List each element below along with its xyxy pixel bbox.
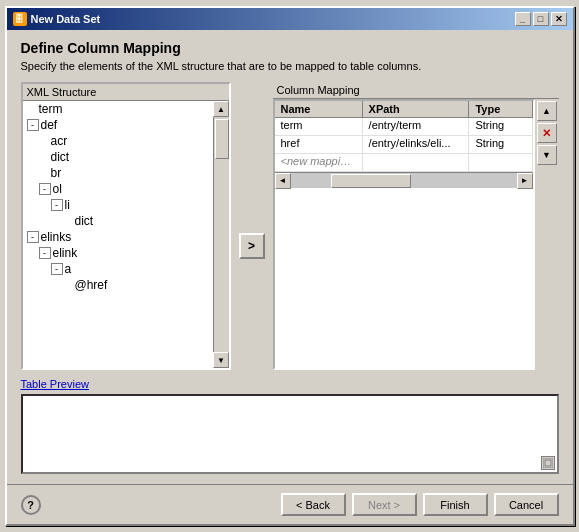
dialog-content: Define Column Mapping Specify the elemen… xyxy=(7,30,573,484)
tree-item-href[interactable]: @href xyxy=(23,277,213,293)
svg-rect-1 xyxy=(545,460,551,466)
column-side-buttons: ▲ ✕ ▼ xyxy=(535,99,559,370)
add-mapping-button[interactable]: > xyxy=(239,233,265,259)
tree-item-acr[interactable]: acr xyxy=(23,133,213,149)
window-icon: 🗄 xyxy=(13,12,27,26)
tree-expand-li[interactable]: - xyxy=(51,199,63,211)
tree-expand-a[interactable]: - xyxy=(51,263,63,275)
tree-item-dict2[interactable]: dict xyxy=(23,213,213,229)
h-scroll-thumb[interactable] xyxy=(331,174,411,188)
cancel-button[interactable]: Cancel xyxy=(494,493,559,516)
column-mapping-container: Column Mapping Name XPath Type xyxy=(273,82,559,370)
tree-item-def[interactable]: - def xyxy=(23,117,213,133)
xml-panel-label: XML Structure xyxy=(23,84,229,101)
tree-item-ol[interactable]: - ol xyxy=(23,181,213,197)
title-buttons: _ □ ✕ xyxy=(515,12,567,26)
finish-button[interactable]: Finish xyxy=(423,493,488,516)
row-name-href: href xyxy=(275,136,363,153)
col-header-xpath: XPath xyxy=(363,101,470,117)
back-button[interactable]: < Back xyxy=(281,493,346,516)
move-down-button[interactable]: ▼ xyxy=(537,145,557,165)
xml-structure-panel: XML Structure term - def xyxy=(21,82,231,370)
table-preview xyxy=(21,394,559,474)
row-name-term: term xyxy=(275,118,363,135)
next-button[interactable]: Next > xyxy=(352,493,417,516)
tree-expand-def[interactable]: - xyxy=(27,119,39,131)
title-bar: 🗄 New Data Set _ □ ✕ xyxy=(7,8,573,30)
row-xpath-href: /entry/elinks/eli... xyxy=(363,136,470,153)
h-scroll-track xyxy=(291,173,517,188)
h-scroll-left-button[interactable]: ◄ xyxy=(275,173,291,189)
xml-vertical-scrollbar[interactable]: ▲ ▼ xyxy=(213,101,229,368)
tree-expand-elink[interactable]: - xyxy=(39,247,51,259)
row-type-term: String xyxy=(469,118,532,135)
tree-item-li[interactable]: - li xyxy=(23,197,213,213)
row-name-new: <new mapping h... xyxy=(275,154,363,171)
tree-item-dict[interactable]: dict xyxy=(23,149,213,165)
table-row[interactable]: href /entry/elinks/eli... String xyxy=(275,136,533,154)
main-window: 🗄 New Data Set _ □ ✕ Define Column Mappi… xyxy=(5,6,575,526)
delete-mapping-button[interactable]: ✕ xyxy=(537,123,557,143)
table-preview-label[interactable]: Table Preview xyxy=(21,378,559,390)
tree-item-elinks[interactable]: - elinks xyxy=(23,229,213,245)
minimize-button[interactable]: _ xyxy=(515,12,531,26)
move-up-button[interactable]: ▲ xyxy=(537,101,557,121)
h-scroll-right-button[interactable]: ► xyxy=(517,173,533,189)
xml-tree: term - def acr dict xyxy=(23,101,213,368)
tree-expand-ol[interactable]: - xyxy=(39,183,51,195)
add-mapping-button-container: > xyxy=(239,82,265,370)
table-preview-section: Table Preview xyxy=(21,378,559,474)
column-horizontal-scrollbar[interactable]: ◄ ► xyxy=(275,172,533,188)
maximize-button[interactable]: □ xyxy=(533,12,549,26)
page-description: Specify the elements of the XML structur… xyxy=(21,60,559,72)
main-area: XML Structure term - def xyxy=(21,82,559,370)
column-mapping-panel: Name XPath Type term /entry/term String xyxy=(273,99,535,370)
column-table-header: Name XPath Type xyxy=(275,101,533,118)
scroll-down-button[interactable]: ▼ xyxy=(213,352,229,368)
page-title: Define Column Mapping xyxy=(21,40,559,56)
tree-item-term[interactable]: term xyxy=(23,101,213,117)
table-row-new[interactable]: <new mapping h... xyxy=(275,154,533,172)
xml-scroll-container: term - def acr dict xyxy=(23,101,229,368)
tree-item-elink[interactable]: - elink xyxy=(23,245,213,261)
row-type-new xyxy=(469,154,532,171)
close-button[interactable]: ✕ xyxy=(551,12,567,26)
preview-expand-icon[interactable] xyxy=(541,456,555,470)
tree-expand-elinks[interactable]: - xyxy=(27,231,39,243)
column-mapping-label: Column Mapping xyxy=(273,82,559,99)
scroll-track xyxy=(214,117,229,352)
bottom-bar: ? < Back Next > Finish Cancel xyxy=(7,484,573,524)
col-header-name: Name xyxy=(275,101,363,117)
column-table-body: term /entry/term String href /entry/elin… xyxy=(275,118,533,172)
help-button[interactable]: ? xyxy=(21,495,41,515)
table-row[interactable]: term /entry/term String xyxy=(275,118,533,136)
row-type-href: String xyxy=(469,136,532,153)
scroll-thumb[interactable] xyxy=(215,119,229,159)
tree-item-br[interactable]: br xyxy=(23,165,213,181)
scroll-up-button[interactable]: ▲ xyxy=(213,101,229,117)
window-title: New Data Set xyxy=(31,13,101,25)
tree-item-a[interactable]: - a xyxy=(23,261,213,277)
row-xpath-new xyxy=(363,154,470,171)
col-header-type: Type xyxy=(469,101,532,117)
row-xpath-term: /entry/term xyxy=(363,118,470,135)
